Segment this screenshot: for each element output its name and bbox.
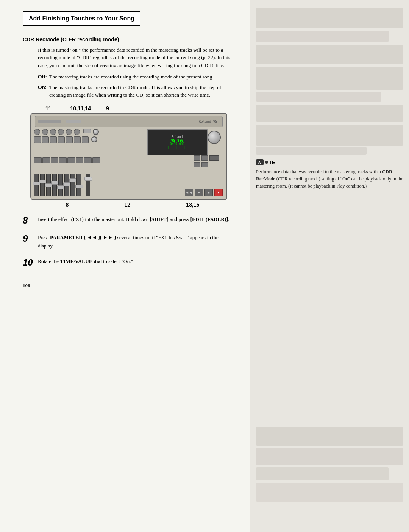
page-title: Add Finishing Touches to Your Song [29,15,134,22]
step-8-text: Insert the effect (FX1) into the master … [38,215,235,224]
device-knob [208,131,221,144]
label-8: 8 [66,202,69,208]
label-10-11-14: 10,11,14 [70,105,91,111]
step-10-text: Rotate the TIME/VALUE dial to select "On… [38,257,235,266]
label-12: 12 [125,202,131,208]
sidebar-ghost-1 [256,8,403,42]
right-panel-buttons [194,155,219,167]
main-content: Add Finishing Touches to Your Song CDR R… [0,0,250,532]
page-header: Add Finishing Touches to Your Song [23,11,140,26]
sidebar-ghost-4 [256,105,403,122]
device-display: Roland VS-880 0:00.000 |||||||||||| [147,129,208,155]
fader-area [34,174,90,196]
section-heading: CDR RecMode (CD-R recording mode) [23,36,235,42]
note-header: N TE [256,159,403,165]
sidebar-ghost-bottom [256,427,403,502]
on-desc: The mastering tracks are recorded in CDR… [49,84,235,99]
step-8: 8 Insert the effect (FX1) into the maste… [23,215,235,226]
step-8-number: 8 [23,215,38,226]
label-11: 11 [45,105,52,111]
sidebar-ghost-2 [256,45,403,64]
label-13-15: 13,15 [186,202,199,208]
middle-buttons [34,157,143,163]
square-button-grid [34,136,97,143]
sidebar-ghost-5 [256,125,403,155]
off-desc: The mastering tracks are recorded using … [49,73,235,81]
device-top-panel: Roland VS- [35,116,223,127]
label-9: 9 [106,105,109,111]
sidebar: N TE Performance data that was recorded … [250,0,409,532]
page-number: 106 [23,280,235,289]
sidebar-note: N TE Performance data that was recorded … [256,159,403,189]
step-9-text: Press PARAMETER [ ◄◄ ][ ►► ] several tim… [38,233,235,250]
device-illustration: Roland VS- [30,113,227,200]
playback-controls: ◄◄ ► ■ ● [185,189,223,196]
step-9: 9 Press PARAMETER [ ◄◄ ][ ►► ] several t… [23,233,235,250]
diagram-labels-top: 11 10,11,14 9 [23,105,235,111]
note-dot [265,161,268,164]
note-label: TE [269,160,275,165]
on-label: On: [38,84,49,99]
step-10-number: 10 [23,257,38,268]
diagram-labels-bottom: 8 12 13,15 [23,200,235,208]
intro-paragraph: If this is turned "on," the performance … [38,46,235,69]
off-label: Off: [38,73,49,81]
step-10: 10 Rotate the TIME/VALUE dial to select … [23,257,235,268]
steps-container: 8 Insert the effect (FX1) into the maste… [23,215,235,269]
mode-list: Off: The mastering tracks are recorded u… [38,73,235,99]
note-icon: N [256,159,264,165]
mode-off: Off: The mastering tracks are recorded u… [38,73,235,81]
note-text: Performance data that was recorded to th… [256,168,403,189]
channel-buttons [34,129,99,135]
sidebar-ghost-3 [256,67,403,102]
step-9-number: 9 [23,233,38,244]
diagram-wrapper: 11 10,11,14 9 Roland VS- [23,105,235,208]
mode-on: On: The mastering tracks are recorded in… [38,84,235,99]
